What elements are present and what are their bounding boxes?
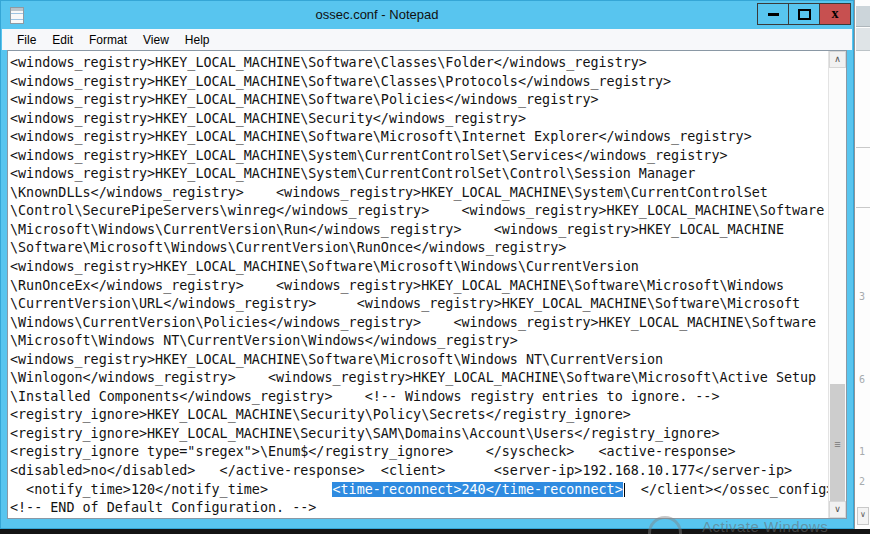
background-window-text-fragment: 3 <box>859 291 865 302</box>
background-window-text-fragment: 6 <box>859 374 865 385</box>
code-line: \Installed Components</windows_registry>… <box>10 388 829 407</box>
vertical-scrollbar[interactable]: ∧ ≡ ∨ <box>828 51 846 518</box>
code-line: <windows_registry>HKEY_LOCAL_MACHINE\Sof… <box>10 54 829 73</box>
code-line: <windows_registry>HKEY_LOCAL_MACHINE\Sec… <box>10 110 829 129</box>
code-line: <registry_ignore type="sregex">\Enum$</r… <box>10 443 829 462</box>
background-window-edge: 3612 ∨ <box>854 0 870 529</box>
text-editor[interactable]: <windows_registry>HKEY_LOCAL_MACHINE\Sof… <box>7 50 847 519</box>
activate-windows-watermark: Activate Windows <box>702 518 828 534</box>
code-line: \Microsoft\Windows NT\CurrentVersion\Win… <box>10 332 829 351</box>
menu-item-format[interactable]: Format <box>81 30 135 50</box>
menu-item-view[interactable]: View <box>135 30 177 50</box>
code-line: <notify_time>120</notify_time> <time-rec… <box>10 481 829 500</box>
code-line: <registry_ignore>HKEY_LOCAL_MACHINE\Secu… <box>10 425 829 444</box>
code-line: \Control\SecurePipeServers\winreg</windo… <box>10 202 829 221</box>
menu-item-file[interactable]: File <box>9 30 44 50</box>
code-line: <windows_registry>HKEY_LOCAL_MACHINE\Sof… <box>10 128 829 147</box>
selected-text: <time-reconnect>240</time-reconnect> <box>332 482 622 497</box>
titlebar[interactable]: ossec.conf - Notepad x <box>1 1 853 29</box>
code-line: \Microsoft\Windows\CurrentVersion\Run</w… <box>10 221 829 240</box>
code-line: <windows_registry>HKEY_LOCAL_MACHINE\Sof… <box>10 73 829 92</box>
close-button[interactable]: x <box>819 3 851 25</box>
maximize-icon <box>798 9 811 20</box>
close-icon: x <box>832 7 839 21</box>
code-line: <!-- END of Default Configuration. --> <box>10 499 829 518</box>
minimize-icon <box>768 13 779 16</box>
code-line: <registry_ignore>HKEY_LOCAL_MACHINE\Secu… <box>10 406 829 425</box>
code-line: <windows_registry>HKEY_LOCAL_MACHINE\Sof… <box>10 351 829 370</box>
scroll-up-button[interactable]: ∧ <box>829 51 846 68</box>
code-line: \Software\Microsoft\Windows\CurrentVersi… <box>10 239 829 258</box>
scrollbar-thumb[interactable]: ≡ <box>830 384 845 504</box>
code-line: \Winlogon</windows_registry> <windows_re… <box>10 369 829 388</box>
background-window-line <box>856 207 870 208</box>
background-window-line <box>856 147 870 148</box>
minimize-button[interactable] <box>757 3 789 25</box>
code-line: <windows_registry>HKEY_LOCAL_MACHINE\Sys… <box>10 147 829 166</box>
code-line: <windows_registry>HKEY_LOCAL_MACHINE\Sys… <box>10 165 829 184</box>
maximize-button[interactable] <box>788 3 820 25</box>
background-window-text-fragment: 2 <box>859 476 865 487</box>
menu-item-help[interactable]: Help <box>177 30 218 50</box>
background-window-text-fragment: 1 <box>859 446 865 457</box>
document-text: <windows_registry>HKEY_LOCAL_MACHINE\Sof… <box>8 51 829 518</box>
code-line: \Windows\CurrentVersion\Policies</window… <box>10 314 829 333</box>
notepad-window: ossec.conf - Notepad x FileEditFormatVie… <box>0 0 854 529</box>
window-controls: x <box>758 3 851 25</box>
menu-item-edit[interactable]: Edit <box>44 30 81 50</box>
window-title: ossec.conf - Notepad <box>1 7 753 22</box>
desktop: 3612 ∨ ossec.conf - Notepad x FileEditFo… <box>0 0 870 534</box>
background-scroll-down-icon: ∨ <box>857 507 869 525</box>
scroll-down-button[interactable]: ∨ <box>829 501 846 518</box>
background-window-toolbar <box>856 28 870 51</box>
code-line: <windows_registry>HKEY_LOCAL_MACHINE\Sof… <box>10 258 829 277</box>
code-line: \RunOnceEx</windows_registry> <windows_r… <box>10 277 829 296</box>
menu-bar: FileEditFormatViewHelp <box>2 29 852 50</box>
code-line: \CurrentVersion\URL</windows_registry> <… <box>10 295 829 314</box>
code-line: <disabled>no</disabled> </active-respons… <box>10 462 829 481</box>
code-line: <windows_registry>HKEY_LOCAL_MACHINE\Sof… <box>10 91 829 110</box>
background-window-header <box>856 6 870 27</box>
code-line: \KnownDLLs</windows_registry> <windows_r… <box>10 184 829 203</box>
